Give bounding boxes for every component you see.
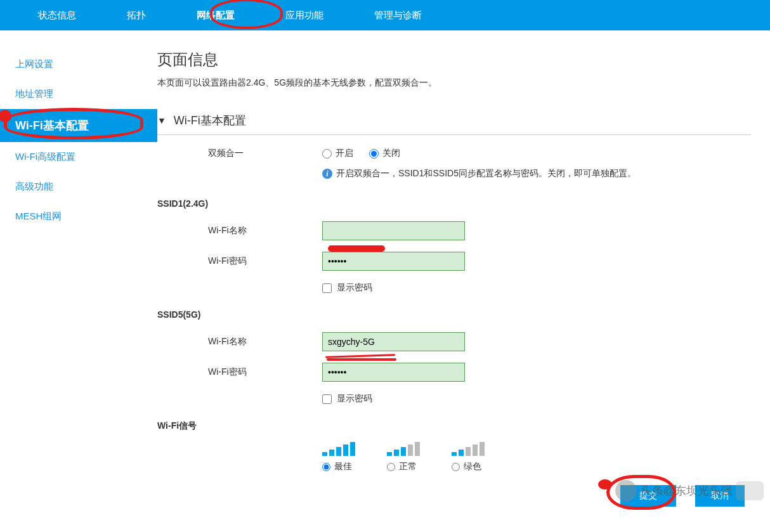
signal-bars-icon: [387, 441, 420, 456]
nav-network-config[interactable]: 网络配置: [171, 0, 260, 30]
ssid24-pwd-input[interactable]: [322, 252, 465, 271]
sidebar-address-mgmt[interactable]: 地址管理: [0, 79, 157, 109]
sidebar-advanced[interactable]: 高级功能: [0, 172, 157, 202]
sidebar: 上网设置 地址管理 Wi-Fi基本配置 Wi-Fi高级配置 高级功能 MESH组…: [0, 37, 157, 526]
radio-signal-green[interactable]: [452, 463, 460, 471]
radio-off[interactable]: [369, 149, 379, 159]
ssid24-show-pwd-checkbox[interactable]: [322, 283, 332, 293]
ssid5-pwd-input[interactable]: [322, 363, 465, 382]
radio-on[interactable]: [322, 149, 332, 159]
dual-band-on[interactable]: 开启: [322, 148, 353, 159]
ssid24-pwd-label: Wi-Fi密码: [208, 256, 322, 267]
ssid5-show-pwd-label: 显示密码: [337, 393, 372, 405]
dual-band-off[interactable]: 关闭: [369, 148, 400, 159]
signal-bars-icon: [452, 441, 485, 456]
sidebar-mesh[interactable]: MESH组网: [0, 202, 157, 231]
dual-band-hint: 开启双频合一，SSID1和SSID5同步配置名称与密码。关闭，即可单独配置。: [336, 168, 636, 179]
annotation-redaction-5g: [327, 358, 396, 361]
ssid5-title: SSID5(5G): [157, 309, 751, 320]
nav-topology[interactable]: 拓扑: [101, 0, 171, 30]
section-header[interactable]: ▼ Wi-Fi基本配置: [157, 108, 751, 135]
sidebar-wifi-basic[interactable]: Wi-Fi基本配置: [0, 109, 157, 142]
dual-band-row: 双频合一 开启 关闭: [157, 148, 751, 159]
submit-button[interactable]: 提交: [620, 485, 676, 507]
radio-signal-normal[interactable]: [387, 463, 395, 471]
page-title: 页面信息: [157, 49, 751, 70]
nav-admin-diag[interactable]: 管理与诊断: [349, 0, 447, 30]
signal-option-normal[interactable]: 正常: [387, 441, 420, 472]
ssid5-pwd-label: Wi-Fi密码: [208, 367, 322, 378]
ssid24-name-label: Wi-Fi名称: [208, 225, 322, 237]
info-icon: i: [322, 169, 332, 179]
page-description: 本页面可以设置路由器2.4G、5G频段的基本无线参数，配置双频合一。: [157, 77, 751, 89]
section-title: Wi-Fi基本配置: [174, 113, 246, 128]
sidebar-wifi-advanced[interactable]: Wi-Fi高级配置: [0, 142, 157, 172]
ssid24-show-pwd-label: 显示密码: [337, 282, 372, 294]
sidebar-internet-settings[interactable]: 上网设置: [0, 49, 157, 79]
radio-signal-best[interactable]: [322, 463, 330, 471]
ssid24-title: SSID1(2.4G): [157, 198, 751, 209]
collapse-triangle-icon: ▼: [157, 115, 166, 126]
dual-band-hint-row: i 开启双频合一，SSID1和SSID5同步配置名称与密码。关闭，即可单独配置。: [157, 168, 751, 179]
nav-app-features[interactable]: 应用功能: [260, 0, 349, 30]
ssid5-name-label: Wi-Fi名称: [208, 336, 322, 347]
signal-bars-icon: [322, 441, 355, 456]
ssid24-name-input[interactable]: [322, 221, 465, 240]
ssid5-show-pwd-checkbox[interactable]: [322, 394, 332, 404]
wifi-signal-label: Wi-Fi信号: [157, 420, 751, 432]
signal-option-best[interactable]: 最佳: [322, 441, 355, 472]
dual-band-label: 双频合一: [208, 148, 322, 159]
ssid5-name-input[interactable]: [322, 332, 465, 351]
top-nav: 状态信息 拓扑 网络配置 应用功能 管理与诊断: [0, 0, 770, 30]
nav-status[interactable]: 状态信息: [13, 0, 101, 30]
main-content: 页面信息 本页面可以设置路由器2.4G、5G频段的基本无线参数，配置双频合一。 …: [157, 37, 770, 526]
cancel-button[interactable]: 取消: [695, 485, 745, 507]
signal-option-green[interactable]: 绿色: [452, 441, 485, 472]
